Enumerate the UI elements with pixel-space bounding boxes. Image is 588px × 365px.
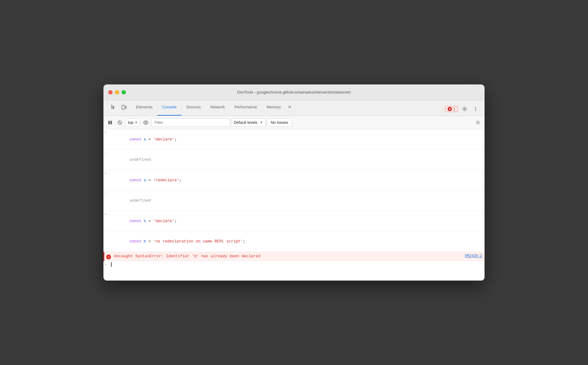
devtools-window: DevTools - googlechrome.github.io/sample…	[103, 84, 485, 281]
string: 'declare'	[153, 137, 174, 142]
cursor-blink	[111, 262, 112, 267]
error-icon: ✕	[106, 255, 111, 259]
settings-button[interactable]	[460, 105, 469, 113]
variable: a	[144, 178, 146, 182]
punctuation: =	[146, 239, 153, 244]
prompt-arrow: ›	[105, 263, 111, 267]
console-line: › const a = 'declare';	[103, 129, 485, 150]
string: 'redeclare'	[153, 178, 179, 182]
svg-rect-0	[122, 105, 125, 109]
default-levels-dropdown[interactable]: Default levels ▼	[231, 118, 266, 127]
output-arrow: ←	[105, 192, 111, 196]
punctuation: =	[146, 219, 153, 223]
svg-rect-7	[110, 121, 112, 124]
live-expressions-button[interactable]	[142, 118, 150, 127]
close-button[interactable]	[108, 90, 113, 94]
minimize-button[interactable]	[115, 90, 119, 94]
svg-point-4	[475, 109, 476, 110]
line-content: undefined	[111, 151, 482, 169]
keyword: const	[129, 178, 144, 182]
error-badge-icon: ✕	[448, 107, 452, 111]
input-arrow: ›	[105, 171, 111, 175]
svg-line-9	[119, 121, 121, 124]
svg-point-3	[475, 107, 476, 108]
no-issues-button[interactable]: No Issues	[267, 118, 292, 127]
devtools-right-controls: ✕ 1	[443, 105, 482, 116]
svg-rect-6	[108, 121, 110, 124]
punctuation: =	[146, 178, 153, 182]
console-line: › const a = 'redeclare';	[103, 170, 485, 191]
more-options-button[interactable]	[471, 105, 480, 113]
run-script-button[interactable]	[106, 118, 114, 127]
devtools-tab-bar: Elements Console Sources Network Perform…	[103, 100, 485, 116]
punctuation: ;	[175, 137, 177, 142]
tab-performance[interactable]: Performance	[230, 100, 262, 116]
keyword: const	[129, 239, 144, 244]
line-content: const b = 'no redeclaration on same REPL…	[111, 233, 482, 251]
svg-point-10	[145, 122, 146, 123]
console-line: ← undefined	[103, 150, 485, 170]
svg-point-2	[464, 108, 466, 110]
variable: b	[144, 219, 146, 223]
console-error-line: ✕ Uncaught SyntaxError: Identifier 'b' h…	[103, 252, 485, 261]
variable: b	[144, 239, 146, 244]
punctuation: ;	[243, 239, 245, 244]
error-badge[interactable]: ✕ 1	[445, 106, 458, 112]
svg-point-11	[477, 122, 479, 123]
punctuation: ;	[175, 219, 177, 223]
punctuation: =	[146, 137, 153, 142]
console-line: ← undefined	[103, 191, 485, 211]
error-message: Uncaught SyntaxError: Identifier 'b' has…	[114, 253, 465, 259]
input-arrow: ›	[105, 130, 111, 134]
titlebar: DevTools - googlechrome.github.io/sample…	[103, 84, 485, 100]
tab-network[interactable]: Network	[206, 100, 230, 116]
tab-memory[interactable]: Memory	[262, 100, 286, 116]
string: 'declare'	[153, 219, 174, 223]
devtools-icon-group	[106, 100, 131, 116]
console-line: › const b = 'declare';	[103, 211, 485, 232]
undefined-value: undefined	[129, 157, 151, 162]
maximize-button[interactable]	[122, 90, 126, 94]
traffic-lights	[108, 90, 126, 94]
variable: a	[144, 137, 146, 142]
keyword: const	[129, 219, 144, 223]
device-toolbar-icon[interactable]	[119, 102, 129, 112]
keyword: const	[129, 137, 144, 142]
undefined-value: undefined	[129, 198, 151, 203]
tab-sources[interactable]: Sources	[181, 100, 206, 116]
output-arrow: ←	[105, 151, 111, 155]
filter-input[interactable]	[151, 118, 230, 127]
line-content: undefined	[111, 192, 482, 210]
clear-console-button[interactable]	[116, 118, 124, 127]
svg-rect-1	[126, 106, 126, 108]
error-source-link[interactable]: VM2439:2	[465, 253, 482, 258]
line-content: const a = 'redeclare';	[111, 171, 482, 189]
console-output: › const a = 'declare'; ← undefined › con…	[103, 129, 485, 281]
punctuation: ;	[179, 178, 181, 182]
console-toolbar: top ▼ Default levels ▼ No Issues	[103, 116, 485, 129]
line-content: const a = 'declare';	[111, 130, 482, 148]
input-arrow: ›	[105, 212, 111, 216]
inspect-icon[interactable]	[108, 102, 118, 112]
console-line: › const b = 'no redeclaration on same RE…	[103, 232, 485, 252]
console-settings-button[interactable]	[474, 118, 482, 127]
window-title: DevTools - googlechrome.github.io/sample…	[237, 90, 351, 94]
more-tabs-button[interactable]: »	[286, 100, 294, 116]
string: 'no redeclaration on same REPL script'	[153, 239, 243, 244]
tab-console[interactable]: Console	[157, 100, 181, 116]
line-content: const b = 'declare';	[111, 212, 482, 230]
console-input-line[interactable]: ›	[103, 261, 485, 268]
context-selector[interactable]: top ▼	[125, 118, 140, 127]
chevron-down-icon: ▼	[135, 121, 138, 124]
input-arrow: ›	[105, 233, 111, 237]
svg-point-5	[475, 110, 476, 111]
tab-elements[interactable]: Elements	[131, 100, 157, 116]
chevron-down-icon: ▼	[260, 121, 263, 124]
